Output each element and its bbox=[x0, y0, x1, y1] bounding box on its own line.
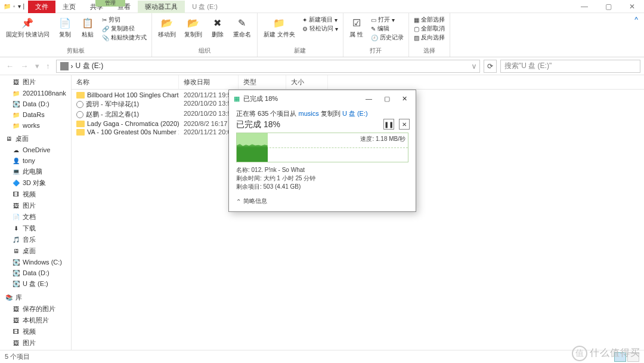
invert-selection-button[interactable]: ▨反向选择 bbox=[414, 33, 445, 42]
move-to-button[interactable]: 📂移动到 bbox=[156, 14, 178, 39]
sidebar-item-icon: ☁ bbox=[12, 146, 20, 154]
more-details-toggle[interactable]: ⌃ 简略信息 bbox=[236, 197, 408, 205]
sidebar-item[interactable]: 🖼图片 bbox=[0, 76, 71, 88]
minimize-button[interactable]: — bbox=[572, 2, 596, 11]
sidebar-item[interactable]: 🔷3D 对象 bbox=[0, 177, 71, 189]
sidebar-item-label: Data (D:) bbox=[23, 269, 49, 276]
select-all-button[interactable]: ▦全部选择 bbox=[414, 16, 445, 24]
open-button[interactable]: ▭打开 ▾ bbox=[371, 16, 404, 24]
dialog-minimize-button[interactable]: — bbox=[362, 95, 376, 103]
copy-icon: 📄 bbox=[58, 16, 72, 30]
column-headers[interactable]: 名称 修改日期 类型 大小 bbox=[72, 75, 644, 90]
file-name: 赵鹏 - 北国之春(1) bbox=[86, 110, 139, 119]
file-name: VA - 100 Greatest 00s Number 1s (20... bbox=[87, 128, 179, 136]
sidebar-item-icon: 💽 bbox=[12, 280, 20, 288]
refresh-button[interactable]: ⟳ bbox=[484, 60, 497, 73]
address-field[interactable]: › U 盘 (E:) v bbox=[56, 60, 480, 73]
new-item-button[interactable]: ✦新建项目 ▾ bbox=[302, 16, 338, 24]
disc-icon bbox=[76, 111, 83, 118]
sidebar-item-label: U 盘 (E:) bbox=[23, 279, 48, 288]
breadcrumb[interactable]: U 盘 (E:) bbox=[76, 61, 104, 71]
sidebar-item[interactable]: 🖥桌面 bbox=[0, 133, 71, 144]
dialog-maximize-button[interactable]: ▢ bbox=[380, 95, 394, 103]
sidebar-item-icon: 🖥 bbox=[5, 135, 13, 143]
maximize-button[interactable]: ▢ bbox=[596, 2, 620, 11]
sidebar-item[interactable]: 💽Windows (C:) bbox=[0, 257, 71, 267]
props-qat-icon[interactable]: ▫ bbox=[13, 3, 16, 10]
sidebar-item[interactable]: 💽Data (D:) bbox=[0, 99, 71, 109]
sidebar-item-icon: 📚 bbox=[5, 294, 13, 302]
forward-button[interactable]: → bbox=[18, 61, 30, 70]
sidebar-item-label: 库 bbox=[16, 293, 22, 302]
qat-dropdown-icon[interactable]: ▾ bbox=[18, 3, 21, 10]
copy-to-button[interactable]: 📂复制到 bbox=[182, 14, 205, 39]
rename-button[interactable]: ✎重命名 bbox=[231, 14, 253, 39]
sidebar-item-label: 3D 对象 bbox=[23, 179, 46, 187]
sidebar-item[interactable]: 🎞视频 bbox=[0, 189, 71, 200]
cancel-button[interactable]: ✕ bbox=[399, 119, 410, 130]
col-name[interactable]: 名称 bbox=[72, 75, 179, 89]
sidebar-item[interactable]: ⬇下载 bbox=[0, 223, 71, 234]
sidebar-item[interactable]: 📄文档 bbox=[0, 211, 71, 223]
paste-shortcut-button[interactable]: 📎粘贴快捷方式 bbox=[102, 33, 147, 42]
sidebar-item[interactable]: 💽U 盘 (E:) bbox=[0, 278, 71, 290]
sidebar-item[interactable]: 🎞视频 bbox=[0, 326, 71, 337]
icons-view-button[interactable] bbox=[627, 352, 639, 362]
copy-dest-link[interactable]: U 盘 (E:) bbox=[342, 110, 368, 117]
sidebar-item[interactable]: 🖼图片 bbox=[0, 200, 71, 211]
tab-file[interactable]: 文件 bbox=[28, 1, 55, 13]
copy-button[interactable]: 📄复制 bbox=[55, 14, 75, 39]
sidebar-item-icon: 💽 bbox=[12, 100, 20, 108]
details-view-button[interactable] bbox=[614, 352, 626, 362]
sidebar-item[interactable]: 💽Data (D:) bbox=[0, 267, 71, 278]
sidebar-item[interactable]: ☁OneDrive bbox=[0, 144, 71, 155]
organize-group-label: 组织 bbox=[199, 46, 210, 56]
cut-button[interactable]: ✂剪切 bbox=[102, 16, 147, 24]
sidebar-item[interactable]: 📚库 bbox=[0, 292, 71, 303]
back-button[interactable]: ← bbox=[4, 61, 16, 70]
file-name: Billboard Hot 100 Singles Chart (05.0... bbox=[87, 91, 179, 99]
close-button[interactable]: ✕ bbox=[620, 2, 644, 11]
sidebar-item-icon: 🎞 bbox=[12, 190, 20, 199]
recent-dropdown[interactable]: ▾ bbox=[33, 61, 42, 70]
properties-button[interactable]: ☑属 性 bbox=[347, 14, 366, 39]
paste-button[interactable]: 📋粘贴 bbox=[78, 14, 97, 39]
sidebar-item-label: 下载 bbox=[23, 224, 36, 233]
edit-button[interactable]: ✎编辑 bbox=[371, 24, 404, 33]
select-group-label: 选择 bbox=[423, 46, 435, 56]
select-none-button[interactable]: ▢全部取消 bbox=[414, 24, 445, 33]
sidebar-item[interactable]: 📁DataRs bbox=[0, 109, 71, 120]
sidebar-item-label: 音乐 bbox=[23, 235, 36, 244]
sidebar-item[interactable]: 👤tony bbox=[0, 155, 71, 166]
pause-button[interactable]: ❚❚ bbox=[383, 119, 394, 130]
sidebar-item[interactable]: 🖥桌面 bbox=[0, 245, 71, 257]
easy-access-button[interactable]: ⚙轻松访问 ▾ bbox=[302, 24, 338, 33]
up-button[interactable]: ↑ bbox=[44, 61, 52, 70]
tab-home[interactable]: 主页 bbox=[55, 1, 83, 13]
new-folder-button[interactable]: 📁新建 文件夹 bbox=[261, 14, 298, 39]
sidebar-item[interactable]: 🖼本机照片 bbox=[0, 315, 71, 326]
properties-icon: ☑ bbox=[349, 16, 364, 30]
dialog-close-button[interactable]: ✕ bbox=[398, 95, 411, 103]
sidebar-item[interactable]: 💻此电脑 bbox=[0, 166, 71, 177]
sidebar-item[interactable]: 🎵音乐 bbox=[0, 234, 71, 245]
copy-source-link[interactable]: musics bbox=[299, 110, 319, 117]
tab-drive-tools[interactable]: 驱动器工具 bbox=[138, 1, 185, 13]
sidebar-item[interactable]: 📁20201108nank bbox=[0, 88, 71, 99]
nav-sidebar[interactable]: 🖼图片📁20201108nank💽Data (D:)📁DataRs📁works🖥… bbox=[0, 75, 72, 350]
new-folder-icon: 📁 bbox=[272, 16, 286, 30]
col-date[interactable]: 修改日期 bbox=[179, 75, 239, 89]
addr-dropdown-icon[interactable]: v bbox=[472, 62, 476, 70]
history-button[interactable]: 🕘历史记录 bbox=[371, 33, 404, 42]
search-input[interactable]: 搜索"U 盘 (E:)" bbox=[500, 60, 640, 73]
copy-path-button[interactable]: 🔗复制路径 bbox=[102, 24, 147, 33]
sidebar-item[interactable]: 🖼图片 bbox=[0, 337, 71, 349]
col-size[interactable]: 大小 bbox=[286, 75, 328, 89]
col-type[interactable]: 类型 bbox=[239, 75, 286, 89]
sidebar-item-label: 保存的图片 bbox=[23, 304, 55, 313]
pin-to-quick-access-button[interactable]: 📌固定到 快速访问 bbox=[4, 14, 52, 39]
ribbon-collapse-icon[interactable]: ^ bbox=[628, 13, 644, 57]
sidebar-item[interactable]: 📁works bbox=[0, 120, 71, 131]
delete-button[interactable]: ✖删除 bbox=[208, 14, 227, 39]
sidebar-item[interactable]: 🖼保存的图片 bbox=[0, 303, 71, 315]
